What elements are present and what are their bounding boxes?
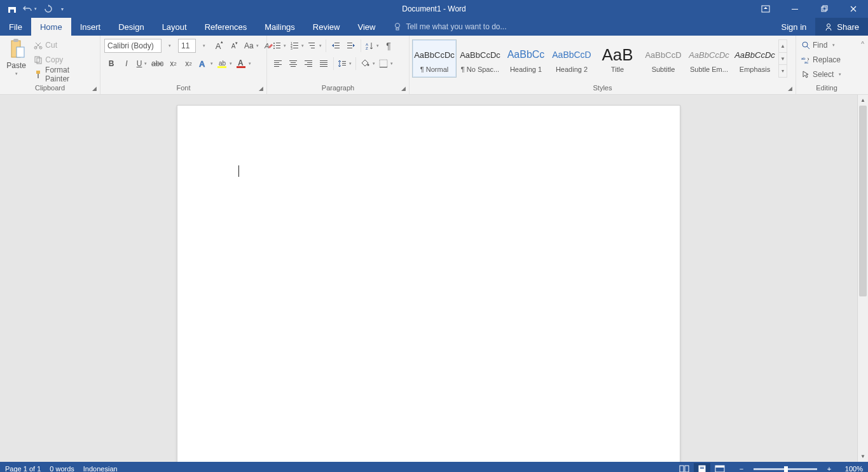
close-button[interactable] <box>839 0 868 18</box>
tab-references[interactable]: References <box>196 18 256 36</box>
style-item-3[interactable]: AaBbCcDHeading 2 <box>549 39 594 78</box>
align-left-button[interactable] <box>271 57 285 71</box>
sort-button[interactable]: AZ <box>364 39 380 53</box>
text-effect-icon: A <box>198 59 208 69</box>
font-size-input[interactable] <box>178 39 196 53</box>
tab-mailings[interactable]: Mailings <box>256 18 304 36</box>
line-spacing-button[interactable] <box>336 57 353 71</box>
svg-rect-24 <box>237 66 245 68</box>
zoom-in-button[interactable]: + <box>822 462 836 472</box>
justify-button[interactable] <box>317 57 331 71</box>
status-page[interactable]: Page 1 of 1 <box>5 465 41 472</box>
scroll-thumb[interactable] <box>859 106 867 296</box>
shading-button[interactable] <box>359 57 376 71</box>
minimize-button[interactable] <box>780 0 809 18</box>
tab-home[interactable]: Home <box>31 18 71 36</box>
tab-review[interactable]: Review <box>304 18 349 36</box>
font-family-dropdown-button[interactable]: ▾ <box>163 39 177 53</box>
document-area[interactable] <box>0 95 857 462</box>
text-effects-button[interactable]: A <box>196 57 214 71</box>
svg-rect-6 <box>823 6 827 10</box>
tab-layout[interactable]: Layout <box>153 18 196 36</box>
styles-scroll-up[interactable]: ▲ <box>779 40 787 53</box>
print-layout-button[interactable] <box>694 463 710 472</box>
restore-button[interactable] <box>809 0 839 18</box>
change-case-button[interactable]: Aa <box>243 39 260 53</box>
style-item-7[interactable]: AaBbCcDcEmphasis <box>733 39 777 78</box>
paragraph-launcher[interactable]: ◢ <box>399 84 408 93</box>
select-button[interactable]: Select <box>800 67 843 81</box>
status-language[interactable]: Indonesian <box>83 465 118 472</box>
style-item-1[interactable]: AaBbCcDc¶ No Spac... <box>458 39 502 78</box>
highlight-button[interactable]: ab <box>216 57 233 71</box>
format-painter-button[interactable]: Format Painter <box>32 67 96 81</box>
italic-button[interactable]: I <box>120 57 134 71</box>
font-launcher[interactable]: ◢ <box>256 84 265 93</box>
zoom-slider-thumb[interactable] <box>784 466 788 472</box>
cut-button[interactable]: Cut <box>32 38 96 52</box>
read-mode-button[interactable] <box>676 463 692 472</box>
styles-launcher[interactable]: ◢ <box>785 84 794 93</box>
replace-button[interactable]: abac Replace <box>800 53 843 66</box>
font-color-button[interactable]: A <box>235 57 252 71</box>
clipboard-launcher[interactable]: ◢ <box>90 84 99 93</box>
svg-rect-12 <box>17 47 24 57</box>
numbering-button[interactable]: 123 <box>289 39 305 53</box>
scroll-up-button[interactable]: ▲ <box>858 95 868 106</box>
zoom-slider[interactable] <box>754 468 817 470</box>
tell-me[interactable]: Tell me what you want to do... <box>384 18 506 36</box>
underline-button[interactable]: U <box>135 57 149 71</box>
font-size-dropdown-button[interactable]: ▾ <box>197 39 211 53</box>
qat-customize-button[interactable]: ▾ <box>59 2 66 16</box>
status-words[interactable]: 0 words <box>50 465 74 472</box>
subscript-button[interactable]: x2 <box>166 57 180 71</box>
save-button[interactable] <box>5 2 19 16</box>
zoom-level[interactable]: 100% <box>845 465 863 472</box>
copy-button[interactable]: Copy <box>32 53 96 66</box>
styles-scroll-down[interactable]: ▼ <box>779 53 787 66</box>
style-item-5[interactable]: AaBbCcDSubtitle <box>641 39 685 78</box>
borders-button[interactable] <box>378 57 394 71</box>
show-marks-button[interactable]: ¶ <box>382 39 396 53</box>
strikethrough-button[interactable]: abc <box>150 57 165 71</box>
page[interactable] <box>177 105 680 462</box>
align-center-button[interactable] <box>286 57 300 71</box>
tab-design[interactable]: Design <box>109 18 153 36</box>
redo-button[interactable] <box>41 2 55 16</box>
style-item-0[interactable]: AaBbCcDc¶ Normal <box>412 39 457 78</box>
tab-file[interactable]: File <box>0 18 31 36</box>
font-family-input[interactable] <box>104 39 162 53</box>
scroll-track[interactable] <box>858 106 868 451</box>
bullets-button[interactable] <box>271 39 287 53</box>
collapse-ribbon-button[interactable]: ^ <box>856 37 869 51</box>
ribbon-display-button[interactable] <box>751 0 780 18</box>
svg-rect-38 <box>310 45 315 46</box>
undo-button[interactable]: ▾ <box>23 2 37 16</box>
multilevel-list-button[interactable] <box>307 39 323 53</box>
paste-button[interactable]: Paste ▾ <box>4 38 29 76</box>
sign-in-link[interactable]: Sign in <box>773 18 816 36</box>
tab-insert[interactable]: Insert <box>71 18 110 36</box>
style-item-4[interactable]: AaBTitle <box>595 39 640 78</box>
svg-rect-49 <box>274 62 279 63</box>
decrease-indent-button[interactable] <box>329 39 343 53</box>
svg-rect-37 <box>308 43 315 43</box>
find-button[interactable]: Find <box>800 38 843 52</box>
vertical-scrollbar[interactable]: ▲ ▼ <box>857 95 868 462</box>
style-item-6[interactable]: AaBbCcDcSubtle Em... <box>687 39 731 78</box>
scroll-down-button[interactable]: ▼ <box>858 451 868 462</box>
share-button[interactable]: Share <box>815 18 868 36</box>
style-item-2[interactable]: AaBbCcHeading 1 <box>504 39 548 78</box>
web-layout-button[interactable] <box>712 463 728 472</box>
increase-indent-button[interactable] <box>344 39 358 53</box>
grow-font-button[interactable]: A▴ <box>212 39 226 53</box>
tab-view[interactable]: View <box>348 18 384 36</box>
styles-expand[interactable]: ▾ <box>779 65 787 77</box>
superscript-button[interactable]: x2 <box>181 57 195 71</box>
bold-button[interactable]: B <box>104 57 118 71</box>
shrink-font-button[interactable]: A▾ <box>228 39 242 53</box>
align-right-button[interactable] <box>301 57 315 71</box>
format-painter-label: Format Painter <box>45 66 95 83</box>
svg-text:3: 3 <box>291 46 293 50</box>
zoom-out-button[interactable]: − <box>734 462 748 472</box>
